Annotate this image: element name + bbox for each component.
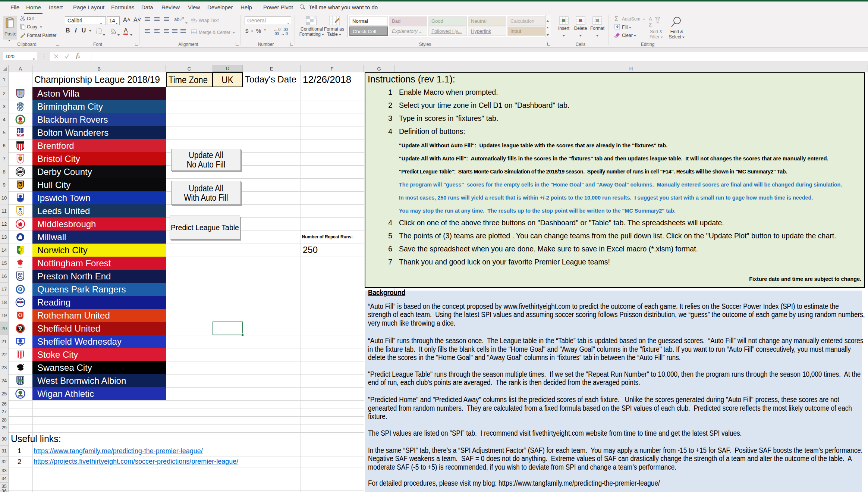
- svg-text:Z: Z: [649, 22, 652, 28]
- svg-text:A: A: [649, 16, 652, 22]
- svg-text:R: R: [19, 288, 21, 291]
- svg-text:PP: PP: [18, 273, 22, 276]
